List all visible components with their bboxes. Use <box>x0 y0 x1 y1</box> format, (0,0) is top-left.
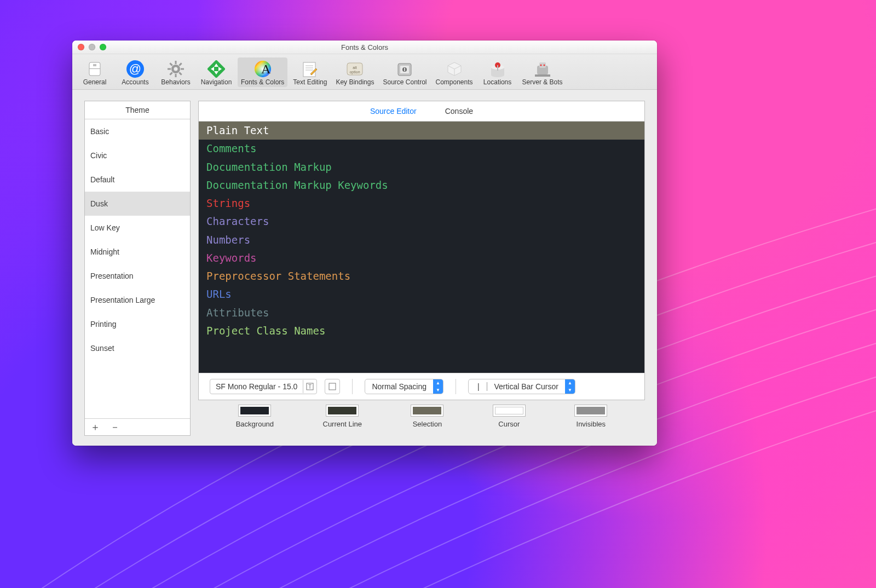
color-well[interactable]: Background <box>236 405 274 428</box>
key-bindings-icon: altoption <box>345 60 364 78</box>
toolbar-item-components[interactable]: Components <box>433 57 476 87</box>
svg-rect-10 <box>178 62 182 66</box>
svg-rect-2 <box>93 64 96 66</box>
syntax-row[interactable]: Numbers <box>199 231 644 249</box>
traffic-lights <box>78 44 106 50</box>
svg-rect-12 <box>169 62 172 66</box>
toolbar-item-label: Source Control <box>383 78 427 86</box>
svg-rect-34 <box>404 68 405 71</box>
navigation-icon <box>207 60 226 78</box>
toolbar-item-label: General <box>83 78 107 86</box>
svg-rect-11 <box>169 72 172 75</box>
toolbar-item-label: Navigation <box>201 78 232 86</box>
remove-theme-button[interactable]: － <box>110 422 120 432</box>
svg-rect-7 <box>175 74 177 77</box>
zoom-button[interactable] <box>100 44 106 50</box>
add-theme-button[interactable]: ＋ <box>90 422 100 432</box>
toolbar-item-source-control[interactable]: Source Control <box>379 57 430 87</box>
separator <box>456 379 456 394</box>
syntax-row[interactable]: Comments <box>199 140 644 158</box>
svg-rect-23 <box>303 62 315 77</box>
theme-row[interactable]: Printing <box>85 312 190 336</box>
theme-row[interactable]: Low Key <box>85 216 190 240</box>
toolbar-item-label: Components <box>436 78 473 86</box>
subtabs: Source Editor Console <box>199 101 644 122</box>
syntax-row[interactable]: Preprocessor Statements <box>199 267 644 285</box>
syntax-row[interactable]: Keywords <box>199 249 644 267</box>
theme-header: Theme <box>85 101 190 119</box>
font-field[interactable]: SF Mono Regular - 15.0 T <box>210 379 317 394</box>
color-well[interactable]: Invisibles <box>574 405 607 428</box>
svg-rect-8 <box>168 68 171 70</box>
color-well-label: Background <box>236 420 274 428</box>
toolbar-item-key-bindings[interactable]: altoption Key Bindings <box>332 57 377 87</box>
svg-rect-15 <box>208 60 225 78</box>
syntax-row[interactable]: Plain Text <box>199 122 644 140</box>
font-row: SF Mono Regular - 15.0 T Normal Spacing … <box>199 373 644 400</box>
locations-icon <box>488 60 507 78</box>
svg-rect-6 <box>175 61 177 64</box>
theme-row[interactable]: Presentation Large <box>85 288 190 312</box>
toolbar-item-server-bots[interactable]: Server & Bots <box>519 57 566 87</box>
cursor-popup[interactable]: | Vertical Bar Cursor ▲▼ <box>468 379 575 394</box>
theme-row[interactable]: Midnight <box>85 240 190 264</box>
theme-row[interactable]: Dusk <box>85 192 190 216</box>
server-bots-icon <box>533 60 552 78</box>
toolbar-item-label: Accounts <box>122 78 148 86</box>
color-swatch[interactable] <box>238 405 271 417</box>
window-title: Fonts & Colors <box>341 43 388 51</box>
color-swatch[interactable] <box>326 405 359 417</box>
color-well[interactable]: Current Line <box>323 405 362 428</box>
close-button[interactable] <box>78 44 84 50</box>
line-height-button[interactable] <box>325 379 340 394</box>
toolbar-item-label: Locations <box>483 78 511 86</box>
titlebar: Fonts & Colors <box>72 41 657 54</box>
syntax-row[interactable]: Strings <box>199 194 644 212</box>
font-value: SF Mono Regular - 15.0 <box>210 382 303 391</box>
color-swatch[interactable] <box>493 405 526 417</box>
color-well[interactable]: Cursor <box>493 405 526 428</box>
theme-row[interactable]: Sunset <box>85 336 190 360</box>
syntax-row[interactable]: Project Class Names <box>199 322 644 340</box>
general-icon <box>85 60 104 78</box>
syntax-list[interactable]: Plain TextCommentsDocumentation MarkupDo… <box>199 122 644 373</box>
syntax-row[interactable]: Documentation Markup Keywords <box>199 176 644 194</box>
toolbar-item-fonts-colors[interactable]: A Fonts & Colors <box>238 57 287 87</box>
toolbar-item-text-editing[interactable]: Text Editing <box>290 57 330 87</box>
color-well-label: Current Line <box>323 420 362 428</box>
spacing-popup[interactable]: Normal Spacing ▲▼ <box>365 379 443 394</box>
color-well[interactable]: Selection <box>411 405 443 428</box>
toolbar-item-behaviors[interactable]: Behaviors <box>157 57 195 87</box>
toolbar-item-general[interactable]: General <box>76 57 114 87</box>
tab-source-editor[interactable]: Source Editor <box>370 107 417 116</box>
color-swatch[interactable] <box>411 405 443 417</box>
color-wells-row: BackgroundCurrent LineSelectionCursorInv… <box>198 400 645 436</box>
toolbar-item-locations[interactable]: Locations <box>479 57 517 87</box>
theme-list[interactable]: BasicCivicDefaultDuskLow KeyMidnightPres… <box>85 119 190 418</box>
toolbar-item-navigation[interactable]: Navigation <box>197 57 235 87</box>
toolbar-item-accounts[interactable]: @ Accounts <box>116 57 154 87</box>
svg-text:@: @ <box>129 62 141 76</box>
svg-rect-46 <box>535 74 550 77</box>
gear-icon <box>166 60 185 78</box>
svg-rect-9 <box>181 68 184 70</box>
syntax-row[interactable]: Characters <box>199 212 644 230</box>
toolbar-item-label: Server & Bots <box>522 78 563 86</box>
svg-rect-1 <box>89 68 100 69</box>
minimize-button[interactable] <box>89 44 95 50</box>
syntax-row[interactable]: Attributes <box>199 304 644 322</box>
toolbar-item-label: Behaviors <box>161 78 190 86</box>
color-swatch[interactable] <box>574 405 607 417</box>
theme-row[interactable]: Basic <box>85 119 190 143</box>
theme-row[interactable]: Presentation <box>85 264 190 288</box>
toolbar-item-label: Text Editing <box>293 78 327 86</box>
font-picker-icon[interactable]: T <box>303 380 316 393</box>
svg-text:A: A <box>261 62 271 76</box>
syntax-row[interactable]: Documentation Markup <box>199 158 644 176</box>
stepper-icon: ▲▼ <box>433 379 443 394</box>
theme-row[interactable]: Default <box>85 168 190 192</box>
color-well-label: Cursor <box>498 420 520 428</box>
syntax-row[interactable]: URLs <box>199 285 644 303</box>
theme-row[interactable]: Civic <box>85 143 190 168</box>
tab-console[interactable]: Console <box>445 107 473 116</box>
